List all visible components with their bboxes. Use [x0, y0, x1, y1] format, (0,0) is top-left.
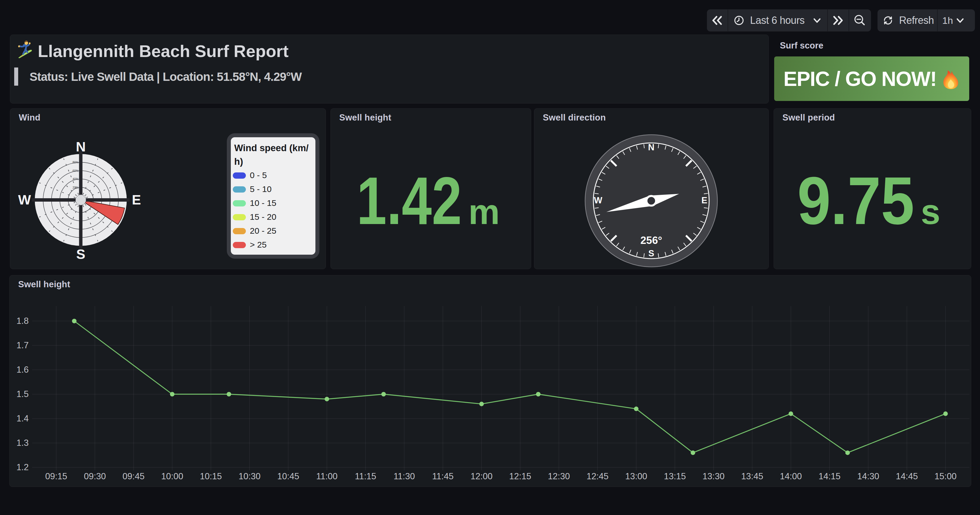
svg-text:40%: 40%: [72, 177, 78, 181]
svg-text:1.4: 1.4: [16, 414, 29, 423]
svg-text:S: S: [648, 249, 654, 258]
svg-text:14:15: 14:15: [818, 471, 841, 481]
svg-text:15:00: 15:00: [935, 471, 957, 481]
svg-text:W: W: [18, 192, 31, 207]
svg-text:W: W: [594, 195, 603, 205]
svg-text:N: N: [648, 143, 654, 152]
svg-text:N: N: [76, 139, 86, 154]
svg-text:60%: 60%: [72, 169, 78, 173]
svg-text:12:45: 12:45: [587, 471, 609, 481]
svg-text:12:30: 12:30: [548, 471, 570, 481]
svg-text:1.6: 1.6: [16, 365, 29, 375]
svg-text:11:00: 11:00: [316, 471, 337, 481]
svg-text:14:30: 14:30: [857, 471, 879, 481]
svg-text:13:00: 13:00: [625, 471, 647, 481]
svg-text:10:15: 10:15: [200, 471, 222, 481]
svg-text:11:30: 11:30: [393, 471, 415, 481]
svg-text:10:45: 10:45: [277, 471, 299, 481]
svg-text:13:45: 13:45: [741, 471, 764, 481]
svg-text:256°: 256°: [641, 235, 662, 246]
svg-text:12:15: 12:15: [509, 471, 531, 481]
svg-text:E: E: [702, 195, 708, 205]
svg-text:09:15: 09:15: [45, 471, 67, 481]
svg-text:13:15: 13:15: [664, 471, 686, 481]
svg-text:14:00: 14:00: [780, 471, 802, 481]
svg-text:1.3: 1.3: [16, 438, 29, 448]
svg-text:S: S: [76, 247, 85, 262]
svg-text:E: E: [132, 192, 141, 207]
svg-text:13:30: 13:30: [703, 471, 725, 481]
svg-text:09:30: 09:30: [84, 471, 106, 481]
svg-text:80%: 80%: [72, 160, 78, 164]
svg-text:1.5: 1.5: [16, 389, 29, 399]
svg-text:11:15: 11:15: [355, 471, 376, 481]
svg-text:10:30: 10:30: [239, 471, 261, 481]
svg-text:1.7: 1.7: [16, 340, 29, 350]
svg-text:1.2: 1.2: [16, 462, 29, 472]
svg-text:20%: 20%: [72, 186, 78, 189]
svg-text:14:45: 14:45: [896, 471, 918, 481]
svg-text:11:45: 11:45: [432, 471, 453, 481]
svg-text:09:45: 09:45: [123, 471, 145, 481]
svg-text:1.8: 1.8: [16, 316, 29, 326]
svg-text:12:00: 12:00: [471, 471, 493, 481]
svg-text:10:00: 10:00: [161, 471, 183, 481]
